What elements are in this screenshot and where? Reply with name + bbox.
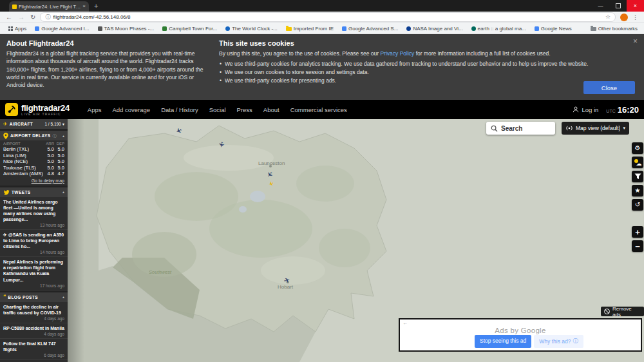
new-tab-button[interactable]: + xyxy=(94,1,98,10)
airport-delays-section-header[interactable]: AIRPORT DELAYS ⓘ ▴ xyxy=(0,131,68,140)
cookie-close-button[interactable]: Close xyxy=(583,81,635,94)
bookmark-label: Google Advanced S... xyxy=(348,26,398,32)
back-icon[interactable]: ← xyxy=(6,14,12,21)
cookies-intro: By using this site, you agree to the use… xyxy=(219,50,596,57)
tab-favicon-icon xyxy=(12,5,17,9)
utc-clock: UTC 16:20 xyxy=(606,105,639,115)
why-this-ad-label: Why this ad? xyxy=(539,338,571,345)
nav-press[interactable]: Press xyxy=(237,106,252,113)
blog-post-item[interactable]: Charting the decline in air traffic caus… xyxy=(0,302,68,323)
remove-ads-button[interactable]: Remove ads xyxy=(601,307,644,316)
tab-close-icon[interactable]: × xyxy=(82,4,86,9)
aircraft-label: AIRCRAFT xyxy=(10,122,33,126)
map-controls: ⚙ ☁ ★ ↺ xyxy=(632,142,643,211)
bookmark-item[interactable]: Campbell Town For... xyxy=(162,26,217,32)
bookmark-item[interactable]: Google Advanced I... xyxy=(35,26,89,32)
tweets-section-header[interactable]: TWEETS ▴ xyxy=(0,187,68,197)
zoom-out-button[interactable]: − xyxy=(632,240,643,252)
aircraft-count: 1 / 5,190 ▾ xyxy=(44,122,64,127)
maximize-icon xyxy=(616,3,621,8)
cookie-bullets: We use third-party cookies for analytics… xyxy=(219,60,596,84)
privacy-policy-link[interactable]: Privacy Policy xyxy=(380,50,414,57)
window-minimize-button[interactable]: — xyxy=(592,0,609,12)
ad-banner[interactable]: ← Ads by Google Stop seeing this ad Why … xyxy=(399,318,642,352)
search-input[interactable]: Search xyxy=(486,122,555,135)
blog-post-item[interactable]: Follow the final KLM 747 flights 6 days … xyxy=(0,339,68,360)
browser-menu-icon[interactable]: ⋮ xyxy=(632,14,638,21)
zoom-in-button[interactable]: + xyxy=(632,226,643,238)
nav-apps[interactable]: Apps xyxy=(88,106,102,113)
tweet-item[interactable]: ✈ @SAS is sending an A350 to Lima to bri… xyxy=(0,230,68,257)
window-close-button[interactable]: × xyxy=(627,0,644,12)
playback-button[interactable]: ↺ xyxy=(632,199,643,211)
bookmark-label: Campbell Town For... xyxy=(169,26,217,32)
why-this-ad-button[interactable]: Why this ad? ⓘ xyxy=(534,335,583,348)
blog-post-time: 4 days ago xyxy=(3,332,64,336)
ad-feedback-buttons: Stop seeing this ad Why this ad? ⓘ xyxy=(475,335,583,348)
bookmarks-button[interactable]: ★ xyxy=(632,185,643,196)
browser-tab[interactable]: Flightradar24: Live Flight Tracke × xyxy=(9,1,89,12)
forward-icon[interactable]: → xyxy=(18,14,24,21)
aircraft-marker[interactable]: ✈ xyxy=(217,141,225,148)
chevron-up-icon: ▴ xyxy=(62,295,64,299)
folder-icon xyxy=(591,27,596,31)
ad-back-arrow-icon[interactable]: ← xyxy=(402,320,408,326)
tweet-time: 14 hours ago xyxy=(3,250,64,254)
login-button[interactable]: Log in xyxy=(573,106,598,113)
weather-button[interactable]: ☁ xyxy=(632,157,643,168)
bookmark-label: earth :: a global ma... xyxy=(478,26,526,32)
bookmark-item[interactable]: Imported From IE xyxy=(286,26,334,32)
window-maximize-button[interactable] xyxy=(609,0,627,12)
chevron-up-icon: ▴ xyxy=(62,134,64,138)
settings-button[interactable]: ⚙ xyxy=(632,142,643,154)
info-icon: ⓘ xyxy=(52,134,56,138)
weather-icon: ☁ xyxy=(634,159,641,166)
favicon xyxy=(162,26,167,31)
bookmark-item[interactable]: NASA Image and Vi... xyxy=(406,26,462,32)
nav-add-coverage[interactable]: Add coverage xyxy=(113,106,151,113)
cookie-dismiss-icon[interactable]: × xyxy=(633,37,638,45)
url-input[interactable]: ⓘ flightradar24.com/-42.56,148.06/8 ☆ xyxy=(40,12,616,22)
blog-posts-section-header[interactable]: ❝ BLOG POSTS ▴ xyxy=(0,292,68,302)
cookie-bullet: We use our own cookies to store session … xyxy=(219,68,596,77)
nav-commercial-services[interactable]: Commercial services xyxy=(290,106,347,113)
profile-avatar[interactable] xyxy=(620,14,628,21)
bookmark-star-icon[interactable]: ☆ xyxy=(605,14,611,20)
city-label: Launceston xyxy=(258,160,285,166)
delay-row: Amsterdam (AMS)4.84.7 xyxy=(3,171,64,177)
bookmark-item[interactable]: Google Advanced S... xyxy=(342,26,398,32)
nav-about[interactable]: About xyxy=(263,106,279,113)
aircraft-section-header[interactable]: ✈ AIRCRAFT 1 / 5,190 ▾ xyxy=(0,119,68,129)
delay-map-link[interactable]: Go to delay map xyxy=(0,177,68,186)
refresh-icon[interactable]: ↻ xyxy=(30,14,35,21)
map-view-selector[interactable]: Map view (default) ▾ xyxy=(562,122,629,135)
tweet-item[interactable]: The United Airlines cargo fleet —United … xyxy=(0,197,68,230)
other-bookmarks-label: Other bookmarks xyxy=(598,26,638,32)
site-logo[interactable]: flightradar24 LIVE AIR TRAFFIC xyxy=(5,103,70,116)
bookmark-item[interactable]: earth :: a global ma... xyxy=(471,26,526,32)
bookmark-item[interactable]: Google News xyxy=(535,26,572,32)
tweet-item[interactable]: Nepal Airlines is performing a repatriat… xyxy=(0,257,68,290)
bookmark-item[interactable]: TAS Moon Phases -... xyxy=(98,26,155,32)
stop-seeing-ad-button[interactable]: Stop seeing this ad xyxy=(475,335,531,348)
bookmark-apps[interactable]: Apps xyxy=(8,26,26,32)
cookies-title: This site uses cookies xyxy=(219,39,596,47)
blog-post-item[interactable]: RP-C5880 accident in Manila 4 days ago xyxy=(0,323,68,339)
zoom-controls: + − xyxy=(632,226,643,252)
nav-data-history[interactable]: Data / History xyxy=(161,106,198,113)
bookmark-item[interactable]: The World Clock -... xyxy=(225,26,278,32)
other-bookmarks-button[interactable]: Other bookmarks xyxy=(591,26,638,32)
plane-icon: ✈ xyxy=(3,122,8,127)
favicon xyxy=(225,26,230,31)
tweet-text: Nepal Airlines is performing a repatriat… xyxy=(3,259,64,282)
delay-row: Nice (NCE)5.05.0 xyxy=(3,158,64,165)
left-sidebar: ✈ AIRCRAFT 1 / 5,190 ▾ AIRPORT DELAYS ⓘ … xyxy=(0,119,68,362)
bookmark-label: Apps xyxy=(15,26,26,32)
page-info-icon[interactable]: ⓘ xyxy=(45,15,50,20)
playback-icon: ↺ xyxy=(635,202,640,208)
map-area[interactable]: ✈✈✈✈✈LauncestonHobartSouthwest Search Ma… xyxy=(68,119,644,362)
cookie-bullet: We use third-party cookies for analytics… xyxy=(219,60,596,68)
filters-button[interactable] xyxy=(632,171,643,182)
nav-social[interactable]: Social xyxy=(209,106,226,113)
radar-logo-icon xyxy=(5,103,18,116)
